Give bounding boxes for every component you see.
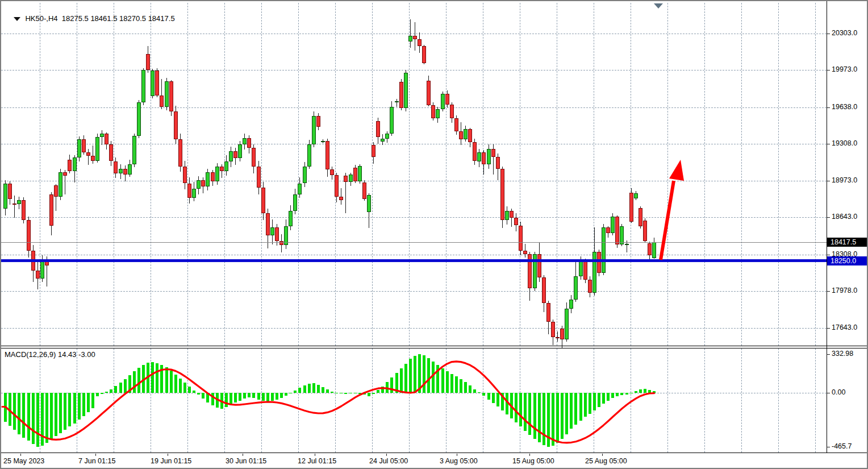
candle xyxy=(174,111,178,139)
candle xyxy=(551,322,555,337)
macd-bar xyxy=(276,393,278,400)
candle xyxy=(326,141,329,170)
candle xyxy=(211,172,215,181)
candle xyxy=(100,134,104,137)
macd-bar xyxy=(114,386,117,393)
macd-bar xyxy=(492,393,495,403)
candle xyxy=(95,137,99,161)
candle xyxy=(390,107,394,134)
open-value: 18275.5 xyxy=(62,14,89,23)
candle xyxy=(353,168,357,181)
macd-bar xyxy=(133,371,136,393)
price-axis-border xyxy=(827,1,827,453)
vertical-gridline xyxy=(631,3,631,346)
macd-bar xyxy=(234,393,237,402)
support-hline-18250[interactable] xyxy=(1,259,827,262)
macd-bar xyxy=(59,393,62,433)
vertical-gridline xyxy=(298,3,299,346)
macd-bar xyxy=(128,375,131,393)
macd-bar xyxy=(607,393,610,401)
macd-bar xyxy=(524,393,527,431)
candle xyxy=(220,167,224,171)
candle xyxy=(119,169,123,173)
horizontal-gridline xyxy=(1,144,827,144)
vertical-gridline xyxy=(631,348,631,453)
candle xyxy=(40,260,44,279)
candle xyxy=(238,144,242,157)
candle xyxy=(615,217,619,244)
macd-bar xyxy=(501,393,504,410)
macd-bar xyxy=(455,376,458,393)
candle xyxy=(602,227,606,273)
macd-bar xyxy=(464,382,467,393)
price-axis-tick xyxy=(827,181,830,181)
price-axis-tick xyxy=(827,34,830,34)
macd-bar xyxy=(294,391,297,393)
time-axis-label: 12 Jul 01:15 xyxy=(298,457,336,465)
candle xyxy=(468,129,472,142)
macd-bar xyxy=(179,379,182,393)
candle xyxy=(3,184,7,209)
macd-bar xyxy=(625,393,628,395)
macd-bar xyxy=(41,393,44,446)
vertical-gridline xyxy=(372,3,373,346)
symbol-dropdown-icon[interactable] xyxy=(14,17,20,21)
macd-bar xyxy=(110,389,112,393)
macd-bar xyxy=(229,393,232,405)
close-value: 18417.5 xyxy=(148,14,175,23)
price-axis-tick xyxy=(827,107,830,108)
current-price-badge: 18417.5 xyxy=(827,238,868,247)
candle xyxy=(229,151,233,161)
price-axis-tick xyxy=(827,144,830,144)
macd-bar xyxy=(639,389,642,393)
candle xyxy=(349,175,353,182)
macd-bar xyxy=(446,371,449,393)
candle xyxy=(137,102,141,135)
candle xyxy=(583,261,587,280)
macd-axis-label: 0.00 xyxy=(832,388,845,396)
candle xyxy=(339,197,343,200)
symbol-period-label: HK50-,H4 xyxy=(25,14,57,23)
candle xyxy=(431,105,435,118)
vertical-gridline xyxy=(741,348,742,453)
macd-axis-tick xyxy=(827,354,830,355)
macd-bar xyxy=(469,385,471,393)
macd-bar xyxy=(45,393,48,443)
candle xyxy=(192,189,196,198)
candle xyxy=(141,70,145,102)
macd-bar xyxy=(533,393,536,439)
candle xyxy=(155,70,159,96)
horizontal-gridline xyxy=(1,255,827,255)
macd-bar xyxy=(386,382,389,393)
candle xyxy=(243,138,247,145)
macd-bar xyxy=(414,356,416,393)
candle xyxy=(565,309,569,340)
time-axis-tick xyxy=(243,454,243,456)
candle xyxy=(629,193,633,222)
macd-bar xyxy=(547,393,550,447)
arrow-head xyxy=(669,160,684,181)
macd-panel-top-border xyxy=(1,348,867,348)
macd-bar xyxy=(124,379,127,393)
macd-bar xyxy=(335,393,338,393)
vertical-gridline xyxy=(667,348,668,453)
time-axis-tick xyxy=(168,454,168,456)
macd-bar xyxy=(289,393,292,393)
candle xyxy=(537,254,541,277)
time-axis-label: 25 May 2023 xyxy=(3,457,44,465)
candle xyxy=(482,152,486,164)
candle xyxy=(151,70,155,96)
time-axis-label: 30 Jun 01:15 xyxy=(226,457,266,465)
macd-bar xyxy=(349,393,352,393)
candle xyxy=(68,160,72,171)
time-axis-label: 24 Jul 05:00 xyxy=(369,457,408,465)
candle xyxy=(132,136,136,165)
macd-bar xyxy=(326,389,329,393)
main-panel-bottom-border xyxy=(1,346,867,346)
macd-bar xyxy=(519,393,522,426)
vertical-gridline xyxy=(77,3,77,346)
vertical-gridline xyxy=(187,348,188,453)
scroll-position-marker-icon[interactable] xyxy=(654,3,663,9)
macd-bar xyxy=(96,393,99,396)
horizontal-gridline xyxy=(1,107,827,108)
